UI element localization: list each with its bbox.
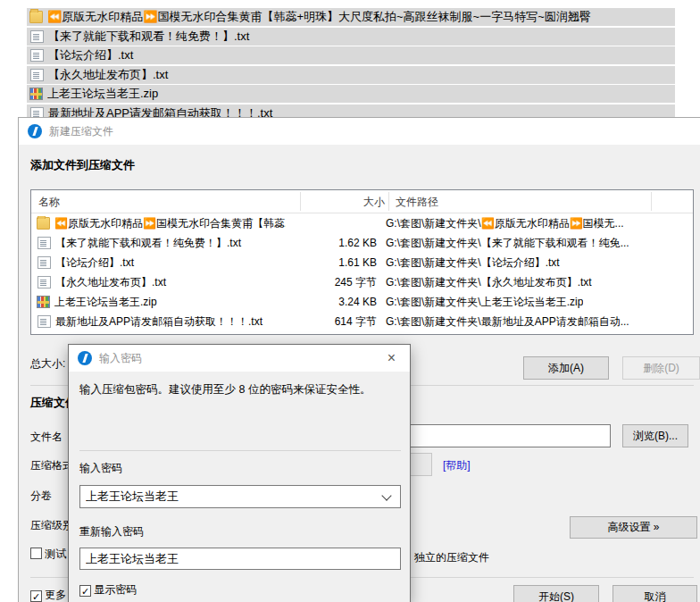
level-label: 压缩级别 (30, 518, 73, 533)
start-button[interactable]: 开始(S) (513, 585, 599, 602)
column-header-size[interactable]: 大小 (300, 190, 385, 213)
explorer-file-row[interactable]: 【永久地址发布页】.txt (27, 66, 675, 84)
table-row[interactable]: 【来了就能下载和观看！纯免费！】.txt1.62 KBG:\套图\新建文件夹\【… (31, 233, 693, 253)
file-name: 【永久地址发布页】.txt (48, 67, 168, 83)
archive-dialog-title: 新建压缩文件 (49, 124, 113, 139)
zip-icon (37, 296, 50, 308)
file-name: ⏪原版无水印精品⏩国模无水印合集黄甫【韩蕊+明珠】大尺度私拍~高跟丝袜制服~一字… (47, 9, 591, 25)
folder-icon (37, 217, 50, 230)
cancel-button[interactable]: 取消 (612, 585, 697, 602)
table-row[interactable]: ⏪原版无水印精品⏩国模无水印合集黄甫【韩蕊...G:\套图\新建文件夹\⏪原版无… (31, 213, 693, 233)
test-checkbox-label: 测试 (45, 548, 66, 560)
password-dialog-title: 输入密码 (99, 351, 142, 366)
test-checkbox[interactable]: 测试 (30, 547, 66, 562)
show-password-checkbox-box[interactable]: ✓ (79, 585, 91, 597)
volume-label: 分卷 (30, 489, 52, 504)
cell-size: 3.24 KB (286, 296, 386, 308)
cell-path: G:\套图\新建文件夹\【永久地址发布页】.txt (386, 275, 592, 290)
show-password-label: 显示密码 (94, 583, 137, 596)
txt-icon (38, 237, 51, 249)
section-title: 添加文件到压缩文件 (30, 157, 135, 173)
txt-icon (38, 256, 51, 269)
explorer-file-row[interactable]: 上老王论坛当老王.zip (27, 85, 675, 103)
cell-size: 1.62 KB (286, 237, 386, 249)
column-divider[interactable] (300, 192, 301, 211)
cell-size: 614 字节 (286, 314, 386, 330)
column-divider[interactable] (388, 192, 389, 211)
cell-name: 【永久地址发布页】.txt (55, 275, 166, 290)
txt-icon (38, 276, 51, 288)
txt-icon (30, 69, 44, 81)
file-table-header: 名称 大小 文件路径 (31, 190, 693, 213)
bandizip-logo-icon (28, 124, 42, 138)
add-button[interactable]: 添加(A) (523, 356, 609, 380)
cell-path: G:\套图\新建文件夹\最新地址及APP请发邮箱自动... (386, 314, 629, 330)
txt-icon (38, 315, 51, 328)
password-hint-message: 输入压缩包密码。建议使用至少 8 位的密码来保证安全性。 (79, 382, 392, 397)
browse-button[interactable]: 浏览(B)... (622, 424, 688, 447)
enter-password-label: 输入密码 (79, 461, 122, 476)
more-options-checkbox[interactable]: ✓ 更多 (30, 588, 66, 602)
help-link[interactable]: [帮助] (443, 458, 471, 473)
file-name: 【来了就能下载和观看！纯免费！】.txt (48, 29, 249, 45)
archive-dialog-titlebar: 新建压缩文件 (19, 118, 700, 145)
file-name: 【论坛介绍】.txt (48, 47, 133, 63)
file-table: 名称 大小 文件路径 ⏪原版无水印精品⏩国模无水印合集黄甫【韩蕊...G:\套图… (30, 189, 694, 335)
show-password-checkbox[interactable]: ✓ 显示密码 (79, 582, 137, 598)
cell-path: G:\套图\新建文件夹\⏪原版无水印精品⏩国模无... (386, 216, 624, 231)
explorer-file-row[interactable]: 【论坛介绍】.txt (27, 46, 675, 64)
cell-size: 1.61 KB (286, 256, 386, 269)
password-confirm-input[interactable] (79, 548, 401, 570)
table-row[interactable]: 【永久地址发布页】.txt245 字节G:\套图\新建文件夹\【永久地址发布页】… (31, 272, 693, 292)
column-header-name[interactable]: 名称 (38, 190, 60, 213)
delete-button[interactable]: 删除(D) (622, 356, 700, 380)
folder-icon (29, 11, 43, 23)
split-archive-label-tail: 独立的压缩文件 (414, 550, 489, 565)
close-icon[interactable]: × (382, 351, 401, 365)
file-table-body: ⏪原版无水印精品⏩国模无水印合集黄甫【韩蕊...G:\套图\新建文件夹\⏪原版无… (31, 213, 693, 331)
file-name: 上老王论坛当老王.zip (47, 86, 158, 102)
txt-icon (30, 49, 44, 62)
more-options-label: 更多 (45, 589, 66, 601)
cell-name: ⏪原版无水印精品⏩国模无水印合集黄甫【韩蕊... (54, 216, 286, 231)
cell-path: G:\套图\新建文件夹\【论坛介绍】.txt (386, 255, 560, 271)
explorer-file-row[interactable]: ⏪原版无水印精品⏩国模无水印合集黄甫【韩蕊+明珠】大尺度私拍~高跟丝袜制服~一字… (27, 8, 675, 26)
password-input[interactable] (79, 485, 401, 508)
cell-name: 上老王论坛当老王.zip (54, 295, 157, 310)
column-divider[interactable] (651, 192, 652, 211)
explorer-file-row[interactable]: 【来了就能下载和观看！纯免费！】.txt (27, 28, 675, 46)
filename-label: 文件名 (30, 430, 62, 445)
table-row[interactable]: 最新地址及APP请发邮箱自动获取！！！.txt614 字节G:\套图\新建文件夹… (31, 312, 693, 331)
divider (79, 450, 401, 451)
column-header-path[interactable]: 文件路径 (396, 190, 438, 213)
cell-name: 最新地址及APP请发邮箱自动获取！！！.txt (55, 314, 262, 330)
cell-size: 245 字节 (286, 275, 386, 290)
test-checkbox-box[interactable] (30, 548, 42, 559)
password-dialog: 输入密码 × 输入压缩包密码。建议使用至少 8 位的密码来保证安全性。 输入密码… (68, 344, 411, 602)
advanced-settings-button[interactable]: 高级设置 » (570, 516, 697, 539)
table-row[interactable]: 上老王论坛当老王.zip3.24 KBG:\套图\新建文件夹\上老王论坛当老王.… (31, 292, 693, 312)
format-label: 压缩格式 (30, 458, 73, 473)
cell-name: 【来了就能下载和观看！纯免费！】.txt (55, 236, 241, 251)
cell-name: 【论坛介绍】.txt (55, 255, 134, 271)
table-row[interactable]: 【论坛介绍】.txt1.61 KBG:\套图\新建文件夹\【论坛介绍】.txt (31, 253, 693, 272)
zip-icon (29, 88, 43, 100)
bandizip-logo-icon (78, 351, 92, 365)
more-options-checkbox-box[interactable]: ✓ (30, 590, 42, 602)
password-dialog-titlebar: 输入密码 × (69, 345, 410, 372)
reenter-password-label: 重新输入密码 (79, 524, 144, 539)
cell-path: G:\套图\新建文件夹\上老王论坛当老王.zip (386, 295, 583, 310)
cell-path: G:\套图\新建文件夹\【来了就能下载和观看！纯免... (386, 236, 629, 251)
total-size-label: 总大小: (30, 356, 65, 372)
txt-icon (30, 30, 44, 43)
